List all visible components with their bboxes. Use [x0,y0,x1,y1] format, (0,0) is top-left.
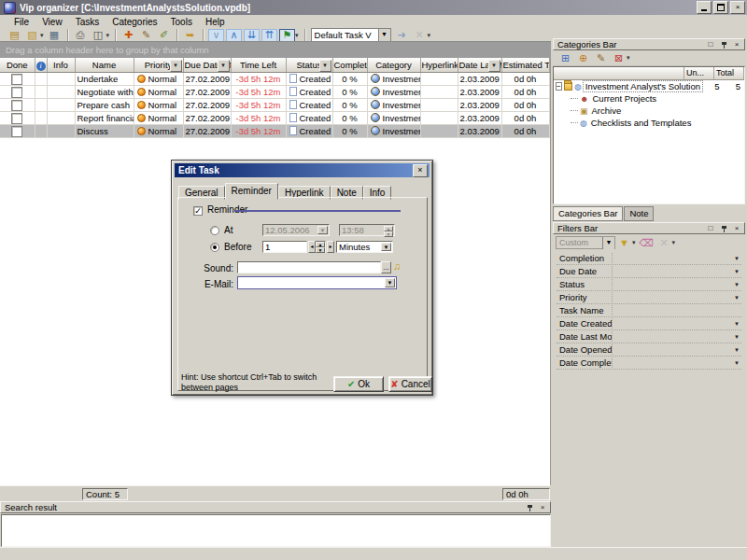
delete-category-icon[interactable]: ⊠ [611,51,627,64]
maximize-icon[interactable]: □ [705,40,716,49]
spin-down-icon[interactable]: ▼ [316,247,325,253]
filter-preset-combo[interactable]: Custom ▼ [556,236,615,249]
task-row[interactable]: Report financialNormal27.02.2009-3d 5h 1… [0,112,549,125]
category-item-current-projects[interactable]: ☻Current Projects [554,92,744,105]
menu-categories[interactable]: Categories [106,16,163,28]
column-header-date-last-m[interactable]: Date Last M▼ [458,58,501,73]
menu-tasks[interactable]: Tasks [69,16,106,28]
category-item-archive[interactable]: ▣Archive [554,105,744,117]
chevron-down-icon[interactable]: ▼ [317,226,328,234]
column-header-total[interactable]: Total [714,67,744,79]
print-icon[interactable]: ⎙ [73,29,89,42]
menu-view[interactable]: View [35,16,69,28]
column-header-flag[interactable]: i [35,58,47,73]
apply-filter-icon[interactable]: ▼ [616,236,632,249]
move-to-bottom-icon[interactable]: ⇊ [244,29,260,42]
filter-row-date-created[interactable]: Date Created▼ [557,317,741,330]
move-up-icon[interactable]: ∧ [226,29,242,42]
close-icon[interactable]: × [731,40,742,49]
chevron-down-icon[interactable]: ▾ [40,32,44,39]
new-category-icon[interactable]: ⊞ [557,51,573,64]
column-header-estimated-time[interactable]: Estimated Time [501,58,549,73]
chevron-down-icon[interactable]: ▼ [734,295,740,301]
edit-task-icon[interactable]: ✎ [138,29,154,42]
new-database-icon[interactable]: ▤ [7,29,22,42]
close-icon[interactable]: × [413,164,428,177]
task-row[interactable]: Negotiate withNormal27.02.2009-3d 5h 12m… [0,86,549,99]
chevron-down-icon[interactable]: ▾ [428,32,431,39]
filter-dropdown-icon[interactable]: ▼ [319,60,331,72]
filter-row-date-completed[interactable]: Date Completed▼ [557,357,741,370]
send-task-icon[interactable]: ➥ [182,29,198,42]
chevron-down-icon[interactable]: ▼ [734,282,740,287]
done-checkbox[interactable] [11,126,22,137]
clear-filter-icon[interactable]: ⌫ [639,236,655,249]
at-radio[interactable] [210,226,219,235]
filter-row-due-date[interactable]: Due Date▼ [557,265,741,278]
filter-row-date-last-modifi[interactable]: Date Last Modifi▼ [557,330,741,343]
chevron-down-icon[interactable]: ▼ [602,237,614,249]
spin-down-icon[interactable]: ▼ [384,231,393,237]
reminder-checkbox[interactable]: ✓ [193,206,203,216]
dialog-tab-reminder[interactable]: Reminder [225,183,278,200]
column-header-status[interactable]: Status▼ [286,58,332,73]
category-item-checklists-and-templates[interactable]: ◍Checklists and Templates [554,117,744,129]
chevron-down-icon[interactable]: ▾ [295,32,299,39]
start-view-icon[interactable]: ⚑ [279,29,295,42]
chevron-down-icon[interactable]: ▾ [627,54,630,62]
task-view-combo[interactable]: Default Task V▼ [311,28,391,42]
chevron-down-icon[interactable]: ▾ [672,239,676,246]
before-unit-combo[interactable]: Minutes ▼ [336,241,393,253]
chevron-down-icon[interactable]: ▼ [734,347,740,353]
close-icon[interactable]: × [731,224,742,233]
cancel-button[interactable]: ✘ Cancel [388,376,432,392]
speaker-icon[interactable]: ♫ [393,260,401,272]
task-row[interactable]: Prepare cashNormal27.02.2009-3d 5h 12mCr… [0,99,549,112]
step-left-icon[interactable]: ◂ [308,241,316,253]
before-value-field[interactable] [265,242,304,252]
search-result-body[interactable] [1,514,551,547]
pin-icon[interactable] [718,40,729,49]
dock-tab-categories-bar[interactable]: Categories Bar [553,206,623,221]
column-header-complete[interactable]: Complete [332,58,367,73]
done-checkbox[interactable] [11,87,22,98]
at-time-spinner[interactable]: 13:58 ▲▼ [339,224,395,236]
done-checkbox[interactable] [11,100,22,111]
maximize-icon[interactable]: □ [705,224,716,233]
filter-row-completion[interactable]: Completion▼ [557,252,741,265]
before-radio[interactable] [210,243,219,252]
task-row[interactable]: UndertakeNormal27.02.2009-3d 5h 12mCreat… [0,73,549,86]
menu-help[interactable]: Help [199,16,232,28]
sound-input[interactable] [237,261,381,273]
browse-sound-button[interactable]: ... [381,261,391,273]
ok-button[interactable]: ✔ Ok [333,376,384,392]
move-down-icon[interactable]: ∨ [208,29,224,42]
chevron-down-icon[interactable]: ▼ [734,256,740,261]
column-header-due-date-ti[interactable]: Due Date&Ti▼ [183,58,231,73]
restore-button[interactable] [713,1,728,14]
chevron-down-icon[interactable]: ▼ [734,334,740,340]
filter-row-date-opened[interactable]: Date Opened▼ [557,343,741,357]
close-button[interactable]: × [730,1,745,14]
move-to-top-icon[interactable]: ⇈ [261,29,277,42]
chevron-down-icon[interactable]: ▼ [734,360,740,366]
dock-tab-note[interactable]: Note [624,206,654,221]
pin-icon[interactable] [718,224,729,233]
new-subcategory-icon[interactable]: ⊕ [575,51,591,64]
filter-dropdown-icon[interactable]: ▼ [488,60,500,72]
task-row[interactable]: DiscussNormal27.02.2009-3d 5h 12mCreated… [0,125,549,138]
dialog-title-bar[interactable]: Edit Task × [175,163,430,177]
column-header-name[interactable]: Name [75,58,134,73]
filter-row-status[interactable]: Status▼ [557,278,741,291]
column-header-time-left[interactable]: Time Left [231,58,286,73]
edit-category-icon[interactable]: ✎ [593,51,609,64]
column-header-hyperlink[interactable]: Hyperlink [420,58,458,73]
chevron-down-icon[interactable]: ▼ [378,29,390,41]
close-icon[interactable]: × [537,503,548,512]
menu-file[interactable]: File [7,16,35,28]
save-icon[interactable]: ▦ [47,29,63,42]
email-combo[interactable]: ▼ [237,276,397,289]
chevron-down-icon[interactable]: ▼ [381,243,391,251]
filter-row-task-name[interactable]: Task Name [557,304,741,317]
sound-field[interactable] [240,262,378,273]
